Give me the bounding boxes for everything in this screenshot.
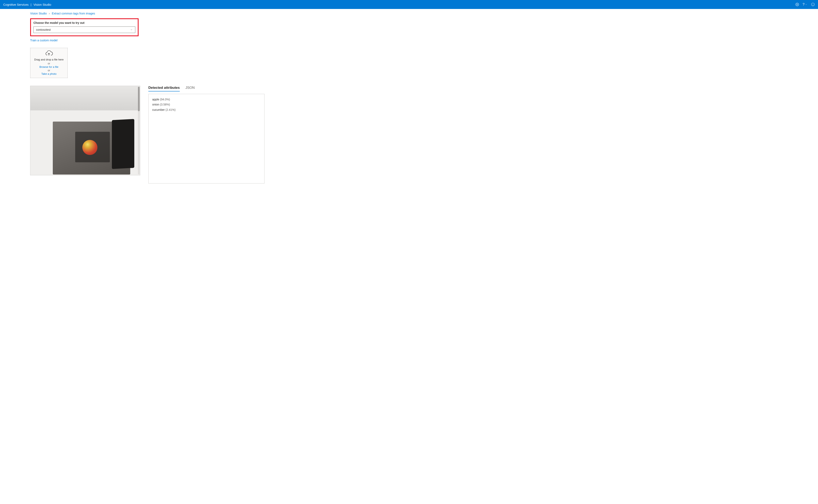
attribute-confidence: (94.0%) [160,98,170,101]
header-actions: ? [795,2,815,7]
chevron-down-icon [130,29,133,31]
apple-object [82,140,97,155]
upload-cloud-icon [45,51,53,57]
model-select-value: contosotest [36,28,130,31]
file-dropzone[interactable]: Drag and drop a file here or Browse for … [30,48,68,78]
attribute-row: cucumber (2.41%) [152,107,261,112]
breadcrumb-root-link[interactable]: Vision Studio [30,12,47,15]
attribute-label: onion [152,103,159,106]
attribute-label: apple [152,98,159,101]
dropzone-or-1: or [33,62,65,65]
help-icon: ? [803,2,805,7]
attribute-label: cucumber [152,108,165,111]
chevron-down-icon [805,3,807,6]
model-select[interactable]: contosotest [33,26,135,33]
svg-point-1 [811,3,815,6]
results-tabs: Detected attributes JSON [148,86,264,91]
main-content: Vision Studio › Extract common tags from… [0,9,818,183]
brand-name: Cognitive Services [3,3,29,6]
attributes-list: apple (94.0%) onion (3.58%) cucumber (2.… [148,94,264,183]
product-name: Vision Studio [33,3,51,6]
attribute-row: apple (94.0%) [152,97,261,102]
attribute-row: onion (3.58%) [152,102,261,107]
header-title-group: Cognitive Services | Vision Studio [3,3,51,6]
svg-point-0 [797,4,798,5]
breadcrumb-separator: › [49,12,50,15]
breadcrumb-page-link[interactable]: Extract common tags from images [52,12,95,15]
take-photo-link[interactable]: Take a photo [33,72,65,75]
browse-file-link[interactable]: Browse for a file [33,65,65,68]
dropzone-drag-text: Drag and drop a file here [33,58,65,61]
train-model-link[interactable]: Train a custom model [30,39,57,42]
smiley-icon[interactable] [811,3,815,6]
gear-icon[interactable] [795,3,799,6]
image-scrollbar-thumb[interactable] [138,87,140,111]
tab-detected-attributes[interactable]: Detected attributes [148,86,180,91]
image-scene [30,86,140,175]
model-selector-highlight: Choose the model you want to try out con… [30,18,139,36]
attribute-confidence: (2.41%) [165,108,175,111]
breadcrumb: Vision Studio › Extract common tags from… [30,9,788,18]
header-divider: | [31,3,31,6]
input-image-preview [30,86,140,175]
results-panel: Detected attributes JSON apple (94.0%) o… [148,86,264,183]
tab-json[interactable]: JSON [185,86,195,91]
model-selector-label: Choose the model you want to try out [33,21,135,24]
results-area: Detected attributes JSON apple (94.0%) o… [30,86,788,183]
dropzone-or-2: or [33,69,65,72]
app-header: Cognitive Services | Vision Studio ? [0,0,818,9]
help-dropdown[interactable]: ? [803,2,807,7]
attribute-confidence: (3.58%) [160,103,170,106]
